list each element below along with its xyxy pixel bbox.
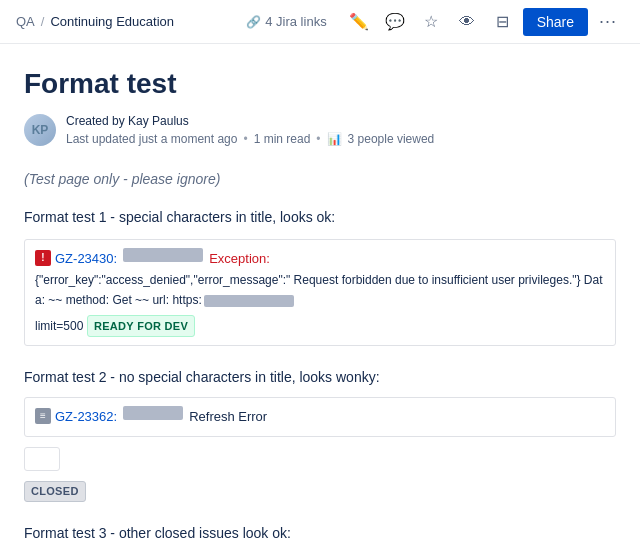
author-meta: Created by Kay Paulus Last updated just … xyxy=(66,112,434,148)
breadcrumb-parent[interactable]: QA xyxy=(16,14,35,29)
author-name: Created by Kay Paulus xyxy=(66,114,189,128)
share-button[interactable]: Share xyxy=(523,8,588,36)
edit-icon: ✏️ xyxy=(349,12,369,31)
section1-label: Format test 1 - special characters in ti… xyxy=(24,206,616,228)
read-time: 1 min read xyxy=(254,130,311,148)
redacted-url xyxy=(204,295,294,307)
history-button[interactable]: ⊟ xyxy=(487,6,519,38)
watch-icon: 👁 xyxy=(459,13,475,31)
redacted-1 xyxy=(123,248,203,262)
views-icon: 📊 xyxy=(327,130,342,148)
body-section: (Test page only - please ignore) Format … xyxy=(24,168,616,546)
error-text-gz23430: {"error_key":"access_denied","error_mess… xyxy=(35,270,605,311)
exception-label: Exception: xyxy=(209,248,270,270)
empty-block xyxy=(24,447,60,471)
badge-ready-for-dev: READY FOR DEV xyxy=(87,315,195,338)
breadcrumb-current: Continuing Education xyxy=(50,14,174,29)
edit-button[interactable]: ✏️ xyxy=(343,6,375,38)
page-content: Format test KP Created by Kay Paulus Las… xyxy=(0,44,640,546)
history-icon: ⊟ xyxy=(496,12,509,31)
more-button[interactable]: ··· xyxy=(592,6,624,38)
issue-key-gz23362[interactable]: GZ-23362: xyxy=(55,406,117,428)
issue-icon-red: ! xyxy=(35,250,51,266)
comment-icon: 💬 xyxy=(385,12,405,31)
star-icon: ☆ xyxy=(424,12,438,31)
issue-title-gz23362: Refresh Error xyxy=(189,406,267,428)
avatar: KP xyxy=(24,114,56,146)
author-row: KP Created by Kay Paulus Last updated ju… xyxy=(24,112,616,148)
star-button[interactable]: ☆ xyxy=(415,6,447,38)
jira-issue-line-gz23362: ≡ GZ-23362: Refresh Error xyxy=(35,406,605,428)
watch-button[interactable]: 👁 xyxy=(451,6,483,38)
jira-icon: 🔗 xyxy=(246,15,261,29)
page-title: Format test xyxy=(24,68,616,100)
issue-key-gz23430[interactable]: GZ-23430: xyxy=(55,248,117,270)
jira-links-label: 4 Jira links xyxy=(265,14,326,29)
topbar-actions: ✏️ 💬 ☆ 👁 ⊟ Share ··· xyxy=(343,6,624,38)
limit-text: limit=500 xyxy=(35,319,83,333)
badge-closed-standalone: CLOSED xyxy=(24,481,86,503)
jira-links-button[interactable]: 🔗 4 Jira links xyxy=(238,10,334,33)
jira-issue-gz23362: ≡ GZ-23362: Refresh Error xyxy=(24,397,616,437)
breadcrumb: QA / Continuing Education xyxy=(16,14,230,29)
comment-button[interactable]: 💬 xyxy=(379,6,411,38)
last-updated: Last updated just a moment ago xyxy=(66,130,237,148)
more-icon: ··· xyxy=(599,11,617,32)
issue-icon-gray-23362: ≡ xyxy=(35,408,51,424)
jira-issue-gz23430: ! GZ-23430: Exception: {"error_key":"acc… xyxy=(24,239,616,347)
topbar: QA / Continuing Education 🔗 4 Jira links… xyxy=(0,0,640,44)
redacted-gz23362 xyxy=(123,406,183,420)
views-count: 3 people viewed xyxy=(348,130,435,148)
page-note: (Test page only - please ignore) xyxy=(24,168,616,190)
jira-issue-line-1: ! GZ-23430: Exception: xyxy=(35,248,605,270)
section2-label: Format test 2 - no special characters in… xyxy=(24,366,616,388)
breadcrumb-separator: / xyxy=(41,14,45,29)
section3-label: Format test 3 - other closed issues look… xyxy=(24,522,616,544)
